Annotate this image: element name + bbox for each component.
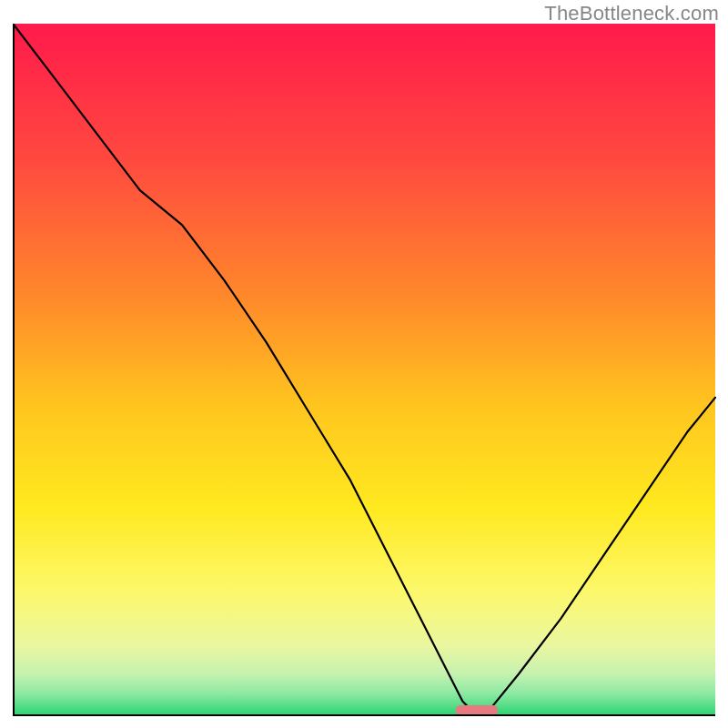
gradient-background bbox=[14, 24, 715, 714]
chart-svg bbox=[13, 24, 716, 716]
target-marker bbox=[456, 705, 498, 715]
plot-area bbox=[13, 24, 716, 716]
chart-stage: TheBottleneck.com bbox=[0, 0, 728, 728]
watermark-text: TheBottleneck.com bbox=[544, 2, 719, 25]
